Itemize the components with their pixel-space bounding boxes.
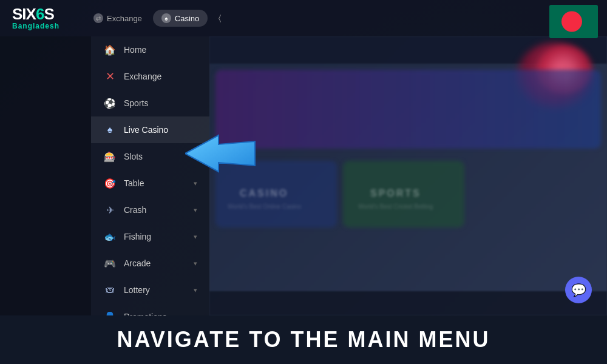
sidebar-item-fishing[interactable]: 🐟 Fishing ▾ xyxy=(91,223,209,250)
left-bar xyxy=(0,36,91,315)
sidebar-label-arcade: Arcade xyxy=(124,258,186,268)
bottom-title: NAVIGATE TO THE MAIN MENU xyxy=(117,327,490,352)
bangladesh-flag xyxy=(549,5,598,41)
main-content: CASINO SPORTS World's Best Online Casino… xyxy=(209,36,607,315)
tab-casino[interactable]: ♠ Casino xyxy=(153,10,208,27)
sidebar-label-exchange: Exchange xyxy=(124,72,197,81)
table-icon: 🎯 xyxy=(103,177,117,190)
sidebar-label-sports: Sports xyxy=(124,98,197,108)
chevron-icon: 〈 xyxy=(219,13,221,23)
sidebar-item-lottery[interactable]: 🎟 Lottery ▾ xyxy=(91,277,209,303)
arcade-chevron: ▾ xyxy=(194,260,197,268)
tab-more[interactable]: 〈 xyxy=(210,10,229,27)
sidebar-label-crash: Crash xyxy=(124,205,186,215)
crash-icon: ✈ xyxy=(103,203,117,217)
header: SIX6S Bangladesh ⇄ Exchange ♠ Casino 〈 xyxy=(0,0,607,36)
logo: SIX6S xyxy=(12,6,59,22)
nav-tabs: ⇄ Exchange ♠ Casino 〈 xyxy=(85,10,229,27)
slots-icon: 🎰 xyxy=(103,150,117,163)
exchange-nav-icon: ✕ xyxy=(103,70,117,83)
table-chevron: ▾ xyxy=(194,180,197,187)
sidebar-menu: 🏠 Home ✕ Exchange ⚽ Sports ♠ Live Casino… xyxy=(91,36,209,315)
content-blur: CASINO SPORTS World's Best Online Casino… xyxy=(209,36,607,315)
sidebar-item-table[interactable]: 🎯 Table ▾ xyxy=(91,170,209,197)
sidebar-item-sports[interactable]: ⚽ Sports xyxy=(91,90,209,116)
sidebar-label-slots: Slots xyxy=(124,152,186,161)
chat-icon: 💬 xyxy=(571,283,586,297)
slots-chevron: ▾ xyxy=(194,153,197,161)
sidebar-label-fishing: Fishing xyxy=(124,232,186,241)
sidebar-item-arcade[interactable]: 🎮 Arcade ▾ xyxy=(91,250,209,277)
home-icon: 🏠 xyxy=(103,43,117,56)
fishing-icon: 🐟 xyxy=(103,230,117,243)
chat-button[interactable]: 💬 xyxy=(565,277,592,303)
sidebar-label-lottery: Lottery xyxy=(124,285,186,295)
sidebar-label-home: Home xyxy=(124,45,197,55)
exchange-icon: ⇄ xyxy=(93,13,103,23)
live-casino-icon: ♠ xyxy=(103,123,117,136)
sidebar-item-home[interactable]: 🏠 Home xyxy=(91,36,209,63)
sidebar-item-promotions[interactable]: 👤 Promotions xyxy=(91,303,209,315)
sidebar-label-live-casino: Live Casino xyxy=(124,125,197,135)
promotions-icon: 👤 xyxy=(103,310,117,315)
sidebar-item-crash[interactable]: ✈ Crash ▾ xyxy=(91,197,209,223)
sidebar-item-slots[interactable]: 🎰 Slots ▾ xyxy=(91,143,209,170)
sidebar-item-live-casino[interactable]: ♠ Live Casino xyxy=(91,116,209,143)
svg-point-1 xyxy=(561,12,582,32)
lottery-icon: 🎟 xyxy=(103,283,117,297)
logo-subtitle: Bangladesh xyxy=(12,22,59,30)
lottery-chevron: ▾ xyxy=(194,286,197,294)
fishing-chevron: ▾ xyxy=(194,233,197,241)
crash-chevron: ▾ xyxy=(194,206,197,214)
logo-area: SIX6S Bangladesh xyxy=(12,6,59,30)
casino-icon: ♠ xyxy=(161,13,171,23)
sidebar-label-table: Table xyxy=(124,178,186,188)
sports-icon: ⚽ xyxy=(103,96,117,110)
sidebar-item-exchange[interactable]: ✕ Exchange xyxy=(91,63,209,90)
tab-exchange[interactable]: ⇄ Exchange xyxy=(85,10,151,27)
bottom-bar: NAVIGATE TO THE MAIN MENU xyxy=(0,315,607,364)
arcade-icon: 🎮 xyxy=(103,257,117,270)
